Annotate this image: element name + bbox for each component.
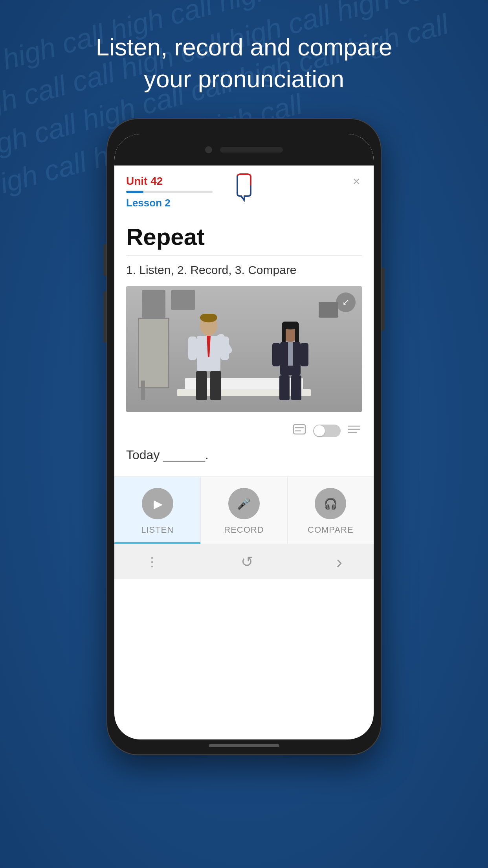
easel-leg <box>141 381 145 400</box>
action-tabs: ▶ LISTEN 🎤 RECORD 🎧 <box>114 476 374 544</box>
svg-rect-16 <box>279 375 290 400</box>
caption-controls <box>126 420 362 441</box>
video-expand-button[interactable]: ⤢ <box>336 292 356 312</box>
close-button[interactable]: × <box>349 174 363 188</box>
person-left-figure <box>185 314 232 400</box>
svg-rect-7 <box>210 371 221 400</box>
headphone-icon: 🎧 <box>324 497 338 510</box>
compare-icon-circle: 🎧 <box>315 488 346 519</box>
volume-down-button[interactable] <box>103 291 106 342</box>
caption-left-icon <box>293 424 306 438</box>
speaker-grille <box>220 147 283 153</box>
app-logo <box>233 173 255 202</box>
phone-status-bar <box>114 134 374 166</box>
forward-icon[interactable]: › <box>336 551 342 572</box>
toggle-knob <box>314 425 325 436</box>
page-title: Repeat <box>126 223 362 250</box>
svg-rect-3 <box>188 337 197 360</box>
lesson-label: Lesson 2 <box>126 197 171 209</box>
expand-icon: ⤢ <box>342 297 349 307</box>
main-content-area: Repeat 1. Listen, 2. Record, 3. Compare <box>114 215 374 476</box>
home-indicator <box>209 744 279 747</box>
compare-tab-label: COMPARE <box>308 525 354 535</box>
camera-icon <box>205 146 212 153</box>
picture-frame-right <box>171 290 195 310</box>
svg-rect-13 <box>288 342 293 366</box>
svg-rect-18 <box>294 425 305 434</box>
today-text: Today ______. <box>126 448 362 462</box>
record-icon-circle: 🎤 <box>228 488 260 519</box>
record-tab-label: RECORD <box>224 525 264 535</box>
tab-listen[interactable]: ▶ LISTEN <box>114 477 201 544</box>
microphone-icon: 🎤 <box>237 497 251 510</box>
unit-label: Unit 42 <box>126 175 163 188</box>
svg-rect-15 <box>301 343 308 366</box>
refresh-icon[interactable]: ↺ <box>241 553 253 570</box>
volume-up-button[interactable] <box>103 244 106 276</box>
tab-active-indicator <box>114 542 200 544</box>
page-header-title: Listen, record and compare your pronunci… <box>77 31 411 95</box>
divider <box>126 255 362 256</box>
svg-rect-6 <box>196 371 207 400</box>
tab-compare[interactable]: 🎧 COMPARE <box>288 477 374 544</box>
phone-screen: Unit 42 Lesson 2 <box>114 134 374 739</box>
power-button[interactable] <box>382 268 385 331</box>
svg-rect-14 <box>272 343 280 366</box>
progress-bar <box>126 191 213 193</box>
tab-record[interactable]: 🎤 RECORD <box>201 477 287 544</box>
video-player[interactable]: ⤢ <box>126 286 362 412</box>
progress-bar-fill <box>126 191 143 193</box>
instruction-text: 1. Listen, 2. Record, 3. Compare <box>126 263 362 277</box>
app-header: Unit 42 Lesson 2 <box>114 166 374 215</box>
picture-frame-left <box>142 290 165 318</box>
video-scene <box>126 286 362 412</box>
listen-icon-circle: ▶ <box>142 488 173 519</box>
bottom-navigation: ⋮ ↺ › <box>114 544 374 579</box>
person-right-figure <box>271 322 310 400</box>
listen-tab-label: LISTEN <box>141 525 174 535</box>
easel <box>138 318 169 388</box>
subtitle-toggle[interactable] <box>313 425 341 437</box>
text-lines-icon <box>348 424 360 438</box>
phone-device: Unit 42 Lesson 2 <box>106 118 382 767</box>
computer-monitor <box>319 302 338 318</box>
app-screen: Unit 42 Lesson 2 <box>114 166 374 579</box>
play-icon: ▶ <box>154 497 163 511</box>
menu-icon[interactable]: ⋮ <box>146 554 158 569</box>
phone-outer-shell: Unit 42 Lesson 2 <box>106 118 382 755</box>
svg-rect-17 <box>291 375 301 400</box>
